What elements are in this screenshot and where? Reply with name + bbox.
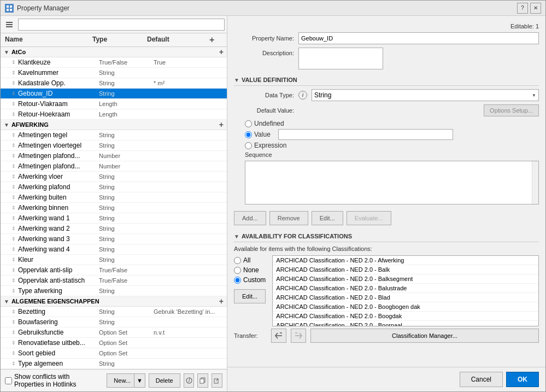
data-type-select[interactable]: String ▼ xyxy=(312,89,539,101)
availability-title: AVAILABILITY FOR CLASSIFICATIONS xyxy=(242,233,352,239)
tree-item[interactable]: ⇕ Renovatiefase uitbeb... Option Set xyxy=(1,338,227,348)
tree-item[interactable]: ⇕ Afwerking wand 2 String xyxy=(1,224,227,234)
tree-item[interactable]: ⇕ Gebouw_ID String xyxy=(1,89,227,99)
help-button[interactable]: ? xyxy=(517,3,528,14)
tree-item[interactable]: ⇕ Afmetingen plafond... Number xyxy=(1,161,227,172)
evaluate-button[interactable]: Evaluate... xyxy=(347,211,391,225)
tree-group-atco[interactable]: ▼ AtCo + xyxy=(1,47,227,57)
radio-undefined-label[interactable]: Undefined xyxy=(245,120,284,127)
radio-none-label[interactable]: None xyxy=(234,266,266,274)
property-name-label: Property Name: xyxy=(234,35,294,42)
tree-item[interactable]: ⇕ Afwerking plafond String xyxy=(1,182,227,192)
tree-item[interactable]: ⇕ Type algemeen String xyxy=(1,359,227,369)
transfer-right-button[interactable] xyxy=(291,329,306,343)
info-small-button[interactable]: i xyxy=(184,373,195,388)
sequence-area[interactable] xyxy=(245,161,539,204)
edit-value-button[interactable]: Edit... xyxy=(312,211,343,225)
new-dropdown-arrow[interactable]: ▼ xyxy=(134,373,145,388)
drag-handle-icon: ⇕ xyxy=(11,236,16,242)
title-bar: Property Manager ? ✕ xyxy=(1,1,545,16)
tree-item[interactable]: ⇕ Bouwfasering String xyxy=(1,317,227,327)
edit-custom-button[interactable]: Edit... xyxy=(234,289,266,303)
data-type-info-icon[interactable]: i xyxy=(298,91,307,100)
cancel-button[interactable]: Cancel xyxy=(460,372,503,387)
classifications-list[interactable]: ARCHICAD Classification - NED 2.0 - Afwe… xyxy=(272,255,539,326)
availability-toggle[interactable]: ▼ xyxy=(234,233,239,239)
ok-button[interactable]: OK xyxy=(506,372,539,387)
add-group-btn-afwerking[interactable]: + xyxy=(219,121,224,128)
radio-value[interactable] xyxy=(245,131,252,138)
value-def-toggle[interactable]: ▼ xyxy=(234,77,239,83)
tree-item[interactable]: ⇕ Klantkeuze True/False True xyxy=(1,57,227,68)
radio-all[interactable] xyxy=(234,257,241,264)
close-button[interactable]: ✕ xyxy=(530,3,541,14)
radio-none[interactable] xyxy=(234,267,241,274)
tree-item[interactable]: ⇕ Oppervlak anti-slip True/False xyxy=(1,265,227,276)
item-type: String xyxy=(99,319,154,325)
radio-value-label[interactable]: Value xyxy=(245,131,271,138)
copy-button[interactable] xyxy=(197,373,208,388)
tree-item[interactable]: ⇕ Afwerking wand 4 String xyxy=(1,244,227,255)
property-name-input[interactable] xyxy=(298,32,539,44)
window-controls: ? ✕ xyxy=(517,3,541,14)
radio-custom[interactable] xyxy=(234,277,241,284)
classification-list-item[interactable]: ARCHICAD Classification - NED 2.0 - Balk xyxy=(273,265,538,274)
add-property-btn[interactable]: + xyxy=(209,36,222,44)
classification-list-item[interactable]: ARCHICAD Classification - NED 2.0 - Balu… xyxy=(273,284,538,293)
tree-item[interactable]: ⇕ Afwerking vloer String xyxy=(1,172,227,182)
tree-item[interactable]: ⇕ Type afwerking String xyxy=(1,286,227,296)
tree-item[interactable]: ⇕ Retour-Vlakraam Length xyxy=(1,99,227,109)
tree-item[interactable]: ⇕ Gebruiksfunctie Option Set n.v.t xyxy=(1,327,227,338)
description-textarea[interactable] xyxy=(298,48,383,69)
classification-list-item[interactable]: ARCHICAD Classification - NED 2.0 - Boog… xyxy=(273,312,538,321)
transfer-left-button[interactable] xyxy=(271,329,286,343)
list-view-button[interactable] xyxy=(3,18,16,31)
tree-item[interactable]: ⇕ Soort gebied Option Set xyxy=(1,348,227,359)
tree-item[interactable]: ⇕ Afwerking wand 3 String xyxy=(1,234,227,244)
tree-item[interactable]: ⇕ Oppervlak anti-statisch True/False xyxy=(1,276,227,286)
radio-undefined-row: Undefined xyxy=(234,120,539,127)
conflicts-checkbox[interactable] xyxy=(5,377,12,384)
classification-list-item[interactable]: ARCHICAD Classification - NED 2.0 - Blad xyxy=(273,293,538,302)
tree-item[interactable]: ⇕ Afmetingen vloertegel String xyxy=(1,141,227,151)
radio-all-label[interactable]: All xyxy=(234,256,266,264)
classification-list-item[interactable]: ARCHICAD Classification - NED 2.0 - Afwe… xyxy=(273,256,538,265)
tree-item[interactable]: ⇕ Kadastrale Opp. String * m² xyxy=(1,78,227,89)
tree-item[interactable]: ⇕ Afwerking wand 1 String xyxy=(1,213,227,224)
classification-manager-button[interactable]: Classification Manager... xyxy=(310,329,539,343)
radio-expression[interactable] xyxy=(245,142,252,149)
radio-undefined-text: Undefined xyxy=(254,120,284,127)
tree-area[interactable]: ▼ AtCo + ⇕ Klantkeuze True/False True ⇕ … xyxy=(1,47,227,369)
delete-button[interactable]: Delete xyxy=(149,373,180,388)
classification-list-item[interactable]: ARCHICAD Classification - NED 2.0 - Balk… xyxy=(273,274,538,284)
remove-button[interactable]: Remove xyxy=(269,211,308,225)
tree-group-algemene[interactable]: ▼ ALGEMENE EIGENSCHAPPEN + xyxy=(1,296,227,307)
tree-item[interactable]: ⇕ Kleur String xyxy=(1,255,227,265)
tree-item[interactable]: ⇕ Afmetingen tegel String xyxy=(1,130,227,141)
tree-item[interactable]: ⇕ Bezetting String Gebruik 'Bezetting' i… xyxy=(1,307,227,317)
options-setup-button[interactable]: Options Setup... xyxy=(484,104,539,116)
radio-expression-label[interactable]: Expression xyxy=(245,142,286,149)
classification-list-item[interactable]: ARCHICAD Classification - NED 2.0 - Boor… xyxy=(273,321,538,326)
item-type: String xyxy=(99,132,154,138)
search-input[interactable] xyxy=(18,19,225,31)
value-text-input[interactable] xyxy=(278,129,453,140)
classification-list-item[interactable]: ARCHICAD Classification - NED 2.0 - Boog… xyxy=(273,302,538,312)
add-button[interactable]: Add... xyxy=(234,211,266,225)
export-button[interactable] xyxy=(212,373,222,388)
tree-item[interactable]: ⇕ Afwerking buiten String xyxy=(1,192,227,203)
tree-item[interactable]: ⇕ Afwerking binnen String xyxy=(1,203,227,213)
tree-item[interactable]: ⇕ Afmetingen plafond... Number xyxy=(1,151,227,161)
add-group-btn-atco[interactable]: + xyxy=(219,48,224,56)
tree-item[interactable]: ⇕ Retour-Hoekraam Length xyxy=(1,109,227,120)
tree-item[interactable]: ⇕ Kavelnummer String xyxy=(1,68,227,78)
radio-custom-label[interactable]: Custom xyxy=(234,276,266,284)
item-name: ⇕ Afwerking buiten xyxy=(11,194,99,201)
new-button[interactable]: New... xyxy=(107,373,134,388)
drag-handle-icon: ⇕ xyxy=(11,247,16,252)
conflicts-checkbox-label[interactable]: Show conflicts with Properties in Hotlin… xyxy=(5,373,100,388)
item-name: ⇕ Type afwerking xyxy=(11,287,99,295)
tree-group-afwerking[interactable]: ▼ AFWERKING + xyxy=(1,120,227,130)
radio-undefined[interactable] xyxy=(245,120,252,127)
add-group-btn-algemene[interactable]: + xyxy=(219,297,224,305)
